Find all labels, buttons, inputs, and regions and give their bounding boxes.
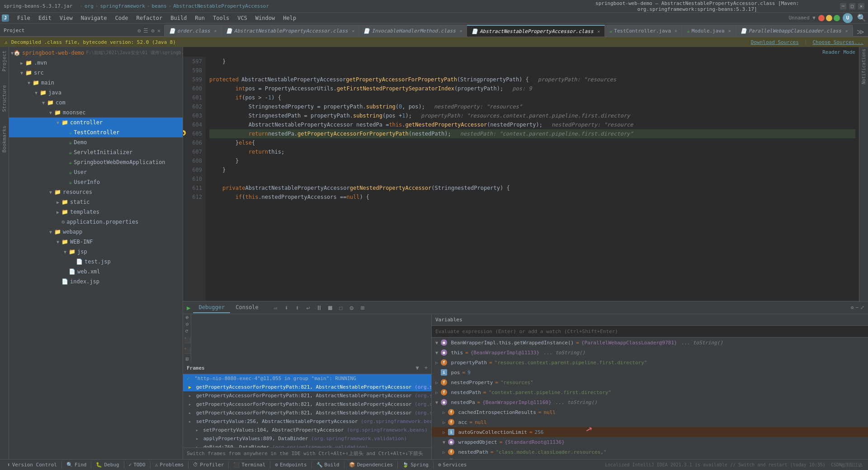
project-gear-icon[interactable]: ⚙ xyxy=(151,28,154,34)
debug-btn-stop[interactable]: ⏹ xyxy=(326,303,335,312)
menu-navigate[interactable]: Navigate xyxy=(77,14,111,22)
menu-run[interactable]: Run xyxy=(191,14,208,22)
tree-testjsp[interactable]: 📄 test.jsp xyxy=(9,257,183,267)
tab-close-test[interactable]: × xyxy=(675,28,677,33)
tree-webapp[interactable]: ▼ 📁 webapp xyxy=(9,227,183,237)
status-problems[interactable]: ⚠ Problems xyxy=(151,460,188,470)
tree-src[interactable]: ▼ 📁 src xyxy=(9,68,183,78)
tab-module[interactable]: ☕ Module.java × xyxy=(682,25,736,37)
tree-indexjsp[interactable]: 📄 index.jsp xyxy=(9,277,183,287)
debug-btn-settings[interactable]: ⚙ xyxy=(347,303,356,312)
var-this[interactable]: ▼ ● this = {BeanWrapperImpl@11133} ... t… xyxy=(432,348,868,357)
status-profiler[interactable]: ⏱ Profiler xyxy=(189,460,227,470)
debug-btn-restore[interactable]: ⊞ xyxy=(358,303,367,312)
minimize-button[interactable]: ─ xyxy=(840,3,846,9)
status-terminal[interactable]: ⬛ Terminal xyxy=(230,460,269,470)
tree-user[interactable]: ☕ User xyxy=(9,167,183,177)
tree-root[interactable]: ▼ 🏠 springboot-web-demo F:\前端\2021\Java安… xyxy=(9,48,183,58)
menu-view[interactable]: View xyxy=(56,14,76,22)
tab-close-parallel[interactable]: × xyxy=(845,28,848,33)
debug-close-btn[interactable]: − xyxy=(855,305,859,310)
var-autogrow[interactable]: ▷ i autoGrowCollectionLimit = 256 → xyxy=(432,427,868,437)
left-label-bookmarks[interactable]: Bookmarks xyxy=(1,126,7,153)
tab-close-invocable[interactable]: × xyxy=(459,28,462,33)
var-cached[interactable]: ▷ f cachedIntrospectionResults = null xyxy=(432,407,868,417)
project-settings-icon[interactable]: ⚙ xyxy=(137,28,141,34)
frame-item-3[interactable]: ▸ getPropertyAccessorForPropertyPath:821… xyxy=(183,400,431,409)
tab-close-abstract2[interactable]: × xyxy=(597,29,600,34)
menu-code[interactable]: Code xyxy=(112,14,132,22)
debug-settings-btn[interactable]: ⚙ xyxy=(851,305,854,310)
tab-close-abstract1[interactable]: × xyxy=(351,28,354,33)
project-expand-icon[interactable]: ☰ xyxy=(143,28,148,34)
var-acc[interactable]: ▷ f acc = null xyxy=(432,417,868,427)
menu-tools[interactable]: Tools xyxy=(209,14,233,22)
tab-invocable[interactable]: 📄 InvocableHandlerMethod.class × xyxy=(359,25,467,37)
debug-btn-pause[interactable]: ⏸ xyxy=(315,303,324,312)
tree-mvn[interactable]: ▶ 📁 .mvn xyxy=(9,58,183,68)
variables-expression[interactable]: Evaluate expression (Enter) or add a wat… xyxy=(432,326,868,338)
debug-left-icon4[interactable]: ⬛ xyxy=(184,337,190,343)
frame-item-4[interactable]: ▸ getPropertyAccessorForPropertyPath:821… xyxy=(183,409,431,417)
menu-refactor[interactable]: Refactor xyxy=(132,14,166,22)
tree-webxml[interactable]: 📄 web.xml xyxy=(9,267,183,277)
tree-demo[interactable]: ☕ Demo xyxy=(9,137,183,147)
tab-abstract1[interactable]: 📄 AbstractNestablePropertyAccessor.class… xyxy=(222,25,359,37)
debug-left-icon2[interactable]: ⊙ xyxy=(184,323,190,326)
frames-add-icon[interactable]: + xyxy=(425,365,428,371)
tree-springbootapp[interactable]: ☕ SpringbootWebDemoApplication xyxy=(9,157,183,167)
status-debug[interactable]: 🐛 Debug xyxy=(92,460,123,470)
project-close-icon[interactable]: ✕ xyxy=(157,28,160,34)
tab-close-module[interactable]: × xyxy=(728,28,731,33)
tree-servlet[interactable]: ☕ ServletInitializer xyxy=(9,147,183,157)
frame-item-8[interactable]: ▸ doBind:760, DataBinder (org.springfram… xyxy=(183,443,431,447)
tree-main[interactable]: ▼ 📁 main xyxy=(9,78,183,88)
status-dependencies[interactable]: 📦 Dependencies xyxy=(345,460,396,470)
status-endpoints[interactable]: ⚙ Endpoints xyxy=(271,460,310,470)
left-label-project[interactable]: Project xyxy=(1,51,7,71)
tree-jsp[interactable]: ▼ 📁 jsp xyxy=(9,247,183,257)
frame-item-2[interactable]: ▸ getPropertyAccessorForPropertyPath:821… xyxy=(183,391,431,400)
more-tabs-icon[interactable]: ≫ xyxy=(857,28,864,36)
close-button[interactable]: ✕ xyxy=(858,3,864,9)
left-label-structure[interactable]: Structure xyxy=(1,85,7,112)
status-spring[interactable]: 🍃 Spring xyxy=(399,460,432,470)
debug-run-icon[interactable]: ▶ xyxy=(187,304,190,311)
menu-build[interactable]: Build xyxy=(167,14,190,22)
debug-btn-stepinto[interactable]: ⬇ xyxy=(282,303,291,312)
var-nestedpa[interactable]: ▼ ● nestedPa = {BeanWrapperImpl@11160} .… xyxy=(432,397,868,407)
debug-left-icon3[interactable]: ↻ xyxy=(184,329,190,333)
frame-item-6[interactable]: ▸ setPropertyValues:104, AbstractPropert… xyxy=(183,426,431,434)
tree-userinfo[interactable]: ☕ UserInfo xyxy=(9,177,183,187)
tree-java[interactable]: ▼ 📁 java xyxy=(9,88,183,98)
download-sources-link[interactable]: Download Sources xyxy=(751,39,799,45)
status-vcs[interactable]: ⬆ Version Control xyxy=(4,460,61,470)
choose-sources-link[interactable]: Choose Sources... xyxy=(812,39,863,45)
breakpoint-605[interactable]: ● xyxy=(183,130,186,136)
status-find[interactable]: 🔍 Find xyxy=(63,460,90,470)
tree-static[interactable]: ▶ 📁 static xyxy=(9,197,183,207)
debug-btn-mute[interactable]: ☐ xyxy=(336,303,345,312)
var-nestedproperty[interactable]: ▷ f nestedProperty = "resources" xyxy=(432,377,868,387)
frames-filter-icon[interactable]: ▼ xyxy=(416,365,419,371)
var-propertypath[interactable]: ▷ f propertyPath = "resources.context.pa… xyxy=(432,357,868,367)
right-label-1[interactable]: Notifications xyxy=(861,49,866,84)
tab-testcontroller[interactable]: ☕ TestController.java × xyxy=(605,25,683,37)
tab-close-order[interactable]: × xyxy=(214,28,217,33)
maximize-button[interactable]: □ xyxy=(849,3,855,9)
frame-item-7[interactable]: ▸ applyPropertyValues:889, DataBinder (o… xyxy=(183,434,431,443)
avatar[interactable]: U xyxy=(843,13,853,23)
thread-item[interactable]: ✓ "http-nio-8080-exec-4"@11,055 in group… xyxy=(183,374,431,383)
var-nestedpath[interactable]: ▷ f nestedPath = "context.parent.pipelin… xyxy=(432,387,868,397)
menu-edit[interactable]: Edit xyxy=(35,14,55,22)
search-area[interactable]: 🔍 xyxy=(857,14,866,22)
debug-btn-stepout[interactable]: ⬆ xyxy=(293,303,302,312)
tree-webinf[interactable]: ▼ 📁 WEB-INF xyxy=(9,237,183,247)
menu-file[interactable]: File xyxy=(14,14,34,22)
status-build[interactable]: 🔧 Build xyxy=(313,460,343,470)
tree-testcontroller[interactable]: ☕ TestController xyxy=(9,127,183,137)
status-todo[interactable]: ✓ TODO xyxy=(125,460,149,470)
var-nestedpath2[interactable]: ▷ f nestedPath = "class.module.classLoad… xyxy=(432,447,868,457)
debug-expand-btn[interactable]: ⤢ xyxy=(860,305,864,310)
status-services[interactable]: ⚙ Services xyxy=(434,460,471,470)
